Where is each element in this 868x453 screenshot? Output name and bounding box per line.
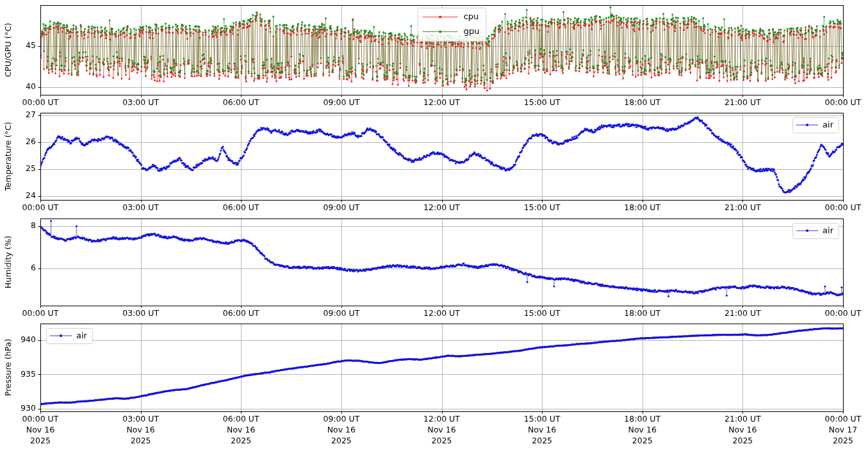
sensor-timeseries-figure: [0, 0, 868, 453]
chart-canvas: [0, 0, 868, 453]
